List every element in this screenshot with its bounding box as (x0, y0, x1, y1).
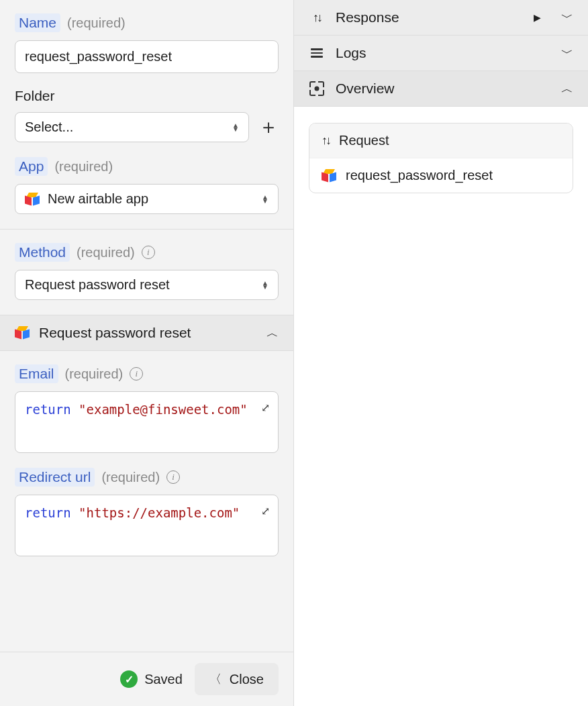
tab-overview-label: Overview (336, 81, 395, 97)
folder-label-row: Folder (15, 88, 279, 104)
email-required: (required) (65, 366, 124, 382)
folder-select-value: Select... (25, 119, 73, 135)
chevron-down-icon: ﹀ (561, 45, 573, 61)
play-icon[interactable]: ▶ (534, 12, 541, 23)
accordion-title: Request password reset (39, 325, 191, 341)
email-field-group: Email (required) i return "example@finsw… (15, 364, 279, 453)
method-required: (required) (77, 245, 135, 260)
redirect-required: (required) (101, 470, 160, 485)
email-code-input[interactable]: return "example@finsweet.com" ⤢ (15, 391, 279, 453)
check-circle-icon: ✓ (120, 670, 138, 688)
method-select[interactable]: Request password reset ▲▼ (15, 270, 279, 300)
name-label: Name (15, 13, 60, 32)
code-keyword: return (25, 402, 71, 417)
card-header-label: Request (339, 133, 389, 148)
close-label: Close (230, 672, 264, 687)
overview-icon (309, 81, 325, 96)
app-select-value: New airtable app (48, 191, 148, 207)
app-label-row: App (required) (15, 157, 279, 176)
footer-bar: ✓ Saved 〈 Close (0, 652, 293, 706)
info-icon[interactable]: i (130, 367, 143, 381)
redirect-field-group: Redirect url (required) i return "https:… (15, 468, 279, 556)
card-item-label: request_password_reset (346, 168, 493, 183)
saved-status: ✓ Saved (120, 670, 183, 688)
close-button[interactable]: 〈 Close (195, 663, 279, 695)
overview-card: ↑↓ Request request_password_reset (309, 123, 573, 193)
tab-response[interactable]: ↑↓ Response ▶ ﹀ (294, 0, 588, 36)
chevron-up-icon: ︿ (561, 81, 573, 97)
app-field-group: App (required) New airtable app ▲▼ (15, 157, 279, 214)
redirect-label: Redirect url (15, 468, 95, 487)
transfer-icon: ↑↓ (309, 11, 325, 25)
tab-response-label: Response (336, 9, 399, 26)
code-string: "https://example.com" (79, 505, 240, 520)
method-label: Method (15, 243, 70, 262)
form-top-section: Name (required) Folder Select... ▲▼ ＋ Ap… (0, 0, 293, 229)
transfer-icon: ↑↓ (322, 134, 330, 148)
card-item[interactable]: request_password_reset (309, 158, 573, 193)
airtable-icon (15, 326, 30, 340)
folder-field-group: Folder Select... ▲▼ ＋ (15, 88, 279, 142)
name-label-row: Name (required) (15, 13, 279, 32)
folder-select[interactable]: Select... ▲▼ (15, 112, 249, 142)
app-label: App (15, 157, 48, 176)
add-folder-button[interactable]: ＋ (258, 113, 279, 141)
info-icon[interactable]: i (142, 246, 155, 259)
method-select-value: Request password reset (25, 277, 170, 293)
info-icon[interactable]: i (166, 470, 180, 484)
menu-icon (309, 48, 325, 58)
accordion-request-password-reset[interactable]: Request password reset ︿ (0, 315, 293, 351)
code-keyword: return (25, 505, 71, 520)
chevron-down-icon: ﹀ (561, 9, 573, 26)
updown-caret-icon: ▲▼ (262, 195, 268, 203)
tab-logs-label: Logs (336, 45, 366, 61)
tab-logs[interactable]: Logs ﹀ (294, 36, 588, 71)
email-label-row: Email (required) i (15, 364, 279, 383)
redirect-code-input[interactable]: return "https://example.com" ⤢ (15, 495, 279, 556)
expand-icon[interactable]: ⤢ (261, 503, 270, 519)
name-field-group: Name (required) (15, 13, 279, 73)
code-string: "example@finsweet.com" (79, 402, 248, 417)
redirect-label-row: Redirect url (required) i (15, 468, 279, 487)
card-header-request[interactable]: ↑↓ Request (309, 123, 573, 158)
name-input[interactable] (15, 40, 279, 73)
airtable-icon (322, 169, 336, 183)
chevron-left-icon: 〈 (209, 671, 222, 687)
updown-caret-icon: ▲▼ (232, 123, 239, 132)
method-label-row: Method (required) i (15, 243, 279, 262)
name-required: (required) (67, 15, 126, 31)
folder-label: Folder (15, 88, 55, 104)
chevron-up-icon: ︿ (266, 325, 279, 341)
overview-content: ↑↓ Request request_password_reset (294, 107, 588, 209)
tab-overview[interactable]: Overview ︿ (294, 71, 588, 107)
saved-label: Saved (144, 672, 183, 687)
email-label: Email (15, 364, 58, 383)
params-section: Email (required) i return "example@finsw… (0, 351, 293, 571)
folder-select-row: Select... ▲▼ ＋ (15, 112, 279, 142)
app-required: (required) (54, 159, 113, 174)
left-panel: Name (required) Folder Select... ▲▼ ＋ Ap… (0, 0, 294, 706)
expand-icon[interactable]: ⤢ (261, 400, 270, 416)
method-section: Method (required) i Request password res… (0, 230, 293, 315)
app-select[interactable]: New airtable app ▲▼ (15, 184, 279, 214)
airtable-icon (25, 193, 40, 206)
updown-caret-icon: ▲▼ (262, 281, 268, 289)
right-panel: ↑↓ Response ▶ ﹀ Logs ﹀ Overview ︿ ↑↓ Req… (294, 0, 588, 706)
